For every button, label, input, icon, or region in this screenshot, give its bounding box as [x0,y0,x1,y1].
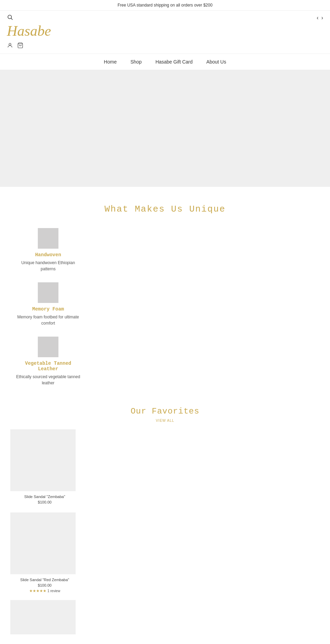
carousel-prev-button[interactable]: ‹ [317,15,318,21]
banner-text: Free USA standard shipping on all orders… [118,3,212,8]
hero-banner [0,70,330,187]
view-all-link[interactable]: VIEW ALL [7,419,323,422]
feature-handwoven-image [38,228,58,249]
product-card-2[interactable]: Slide Sandal "Red Zembaba" $100.00 ★★★★★… [10,512,79,593]
feature-leather: Vegetable Tanned Leather Ethically sourc… [14,337,82,386]
top-banner: Free USA standard shipping on all orders… [0,0,330,11]
search-icon[interactable] [7,14,13,22]
product-card-1[interactable]: Slide Sandal "Zembaba" $100.00 [10,429,79,506]
header-icons [7,22,323,50]
product-name-2: Slide Sandal "Red Zembaba" [10,578,79,582]
logo[interactable]: Hasabe [7,23,51,39]
svg-line-1 [11,18,12,20]
feature-handwoven: Handwoven Unique handwoven Ethiopian pat… [14,228,82,272]
product-price-2: $100.00 [10,583,79,587]
product-name-1: Slide Sandal "Zembaba" [10,495,79,499]
product-price-1: $100.00 [10,500,79,504]
product-card-3[interactable] [10,600,79,638]
product-image-3 [10,600,76,634]
unique-section: What Makes Us Unique Handwoven Unique ha… [0,187,330,396]
unique-features-list: Handwoven Unique handwoven Ethiopian pat… [7,228,144,386]
unique-section-title: What Makes Us Unique [7,204,323,214]
main-nav: Home Shop Hasabe Gift Card About Us [0,54,330,70]
user-icon[interactable] [7,42,13,50]
feature-leather-title: Vegetable Tanned Leather [14,361,82,372]
nav-about-us[interactable]: About Us [206,59,226,65]
stars-icon-2: ★★★★★ [29,589,46,593]
feature-memory-foam-desc: Memory foam footbed for ultimate comfort [14,314,82,326]
feature-memory-foam-image [38,282,58,303]
svg-point-0 [8,15,12,19]
logo-text: Hasabe [7,23,51,39]
favorites-title: Our Favorites [7,407,323,416]
product-list: Slide Sandal "Zembaba" $100.00 Slide San… [7,429,323,638]
svg-point-2 [9,43,11,45]
product-stars-2: ★★★★★ 1 review [10,589,79,593]
header-top: ‹ › [7,14,323,22]
cart-icon[interactable] [17,42,23,50]
favorites-section: Our Favorites VIEW ALL Slide Sandal "Zem… [0,396,330,644]
feature-leather-desc: Ethically sourced vegetable tanned leath… [14,374,82,386]
product-image-2 [10,512,76,574]
nav-shop[interactable]: Shop [130,59,142,65]
nav-gift-card[interactable]: Hasabe Gift Card [155,59,192,65]
product-image-1 [10,429,76,491]
feature-memory-foam: Memory Foam Memory foam footbed for ulti… [14,282,82,326]
review-count-2: 1 review [47,589,60,593]
feature-handwoven-title: Handwoven [35,252,61,258]
carousel-next-button[interactable]: › [321,15,323,21]
feature-memory-foam-title: Memory Foam [32,306,64,312]
favorites-header: Our Favorites [7,407,323,416]
feature-handwoven-desc: Unique handwoven Ethiopian patterns [14,260,82,272]
nav-home[interactable]: Home [104,59,117,65]
carousel-nav: ‹ › [317,15,323,21]
header: ‹ › Hasabe [0,11,330,54]
feature-leather-image [38,337,58,357]
